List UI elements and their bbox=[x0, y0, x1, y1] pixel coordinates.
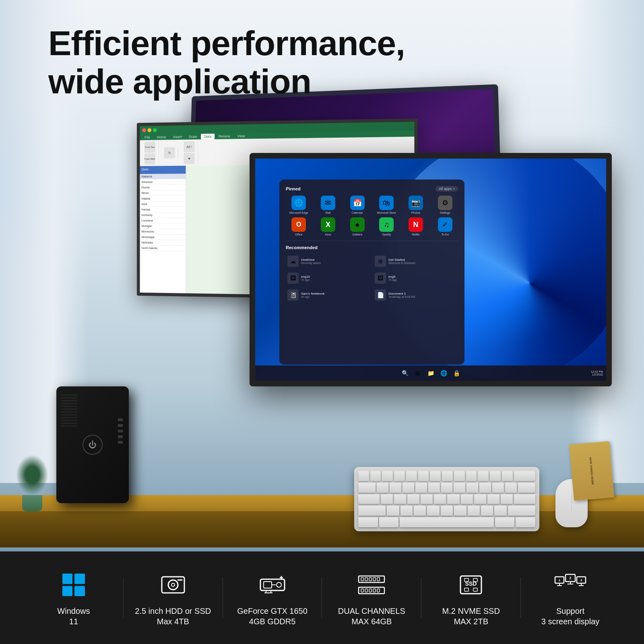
key bbox=[487, 494, 500, 504]
key bbox=[377, 483, 388, 493]
taskbar-lock-icon[interactable]: 🔒 bbox=[451, 368, 462, 378]
hdd-ssd-icon bbox=[159, 570, 188, 599]
key bbox=[382, 471, 393, 481]
state-row-kansas: Kansas bbox=[140, 207, 186, 213]
key bbox=[441, 483, 453, 493]
svg-rect-23 bbox=[373, 589, 376, 592]
svg-rect-16 bbox=[369, 578, 372, 581]
hdd-icon-container bbox=[157, 569, 189, 601]
shift-left-key bbox=[358, 506, 386, 516]
svg-point-6 bbox=[277, 582, 281, 587]
key bbox=[418, 471, 429, 481]
pinned-apps-grid: 🌐Microsoft Edge ✉Mail 📅Calendar 🛍Microso… bbox=[286, 196, 458, 236]
app-photos[interactable]: 📷Photos bbox=[403, 196, 429, 214]
key bbox=[406, 471, 417, 481]
ribbon-group-connections: ↻ bbox=[161, 147, 178, 159]
app-todo-label: To Do bbox=[442, 233, 449, 236]
app-solitaire[interactable]: ♠Solitaire bbox=[344, 217, 370, 236]
app-office-label: Office bbox=[295, 233, 302, 236]
taskbar-search-icon[interactable]: 🔍 bbox=[400, 368, 410, 378]
alt-right-key bbox=[495, 517, 515, 527]
tab-key bbox=[358, 483, 376, 493]
key bbox=[428, 483, 440, 493]
rec-getstarted-text: Get Started Welcome to Windows bbox=[388, 258, 456, 264]
rec-notebook[interactable]: 📓 Sam's Notebook 4h ago bbox=[286, 288, 371, 302]
taskbar-start-icon[interactable]: ⊞ bbox=[413, 368, 423, 378]
app-office[interactable]: OOffice bbox=[286, 217, 312, 236]
key bbox=[461, 494, 473, 504]
key bbox=[407, 494, 419, 504]
svg-rect-5 bbox=[264, 582, 272, 588]
ribbon-tab-data: Data bbox=[201, 134, 215, 139]
rec-imgto1-icon: 🖼 bbox=[287, 272, 299, 284]
usb-port-3 bbox=[118, 430, 123, 432]
ribbon-btn-filter: ▼ bbox=[184, 153, 195, 164]
app-mail[interactable]: ✉Mail bbox=[315, 196, 341, 214]
ram-icon-container bbox=[355, 569, 388, 601]
pinned-label: Pinned bbox=[286, 186, 301, 191]
ribbon-tab-insert: Insert bbox=[170, 134, 185, 140]
alt-left-key bbox=[379, 517, 399, 527]
hdmi-port-1 bbox=[118, 436, 123, 438]
svg-text:2: 2 bbox=[570, 576, 572, 580]
rec-document-text: Document 1 Yesterday at 8:03 AM bbox=[388, 292, 456, 298]
app-netflix[interactable]: NNetflix bbox=[403, 217, 429, 236]
rec-document[interactable]: 📄 Document 1 Yesterday at 8:03 AM bbox=[373, 288, 458, 302]
svg-rect-20 bbox=[361, 589, 363, 592]
rec-imgto2-time: 7h ago bbox=[388, 279, 456, 281]
feature-hdd-label: 2.5 inch HDD or SSDMax 4TB bbox=[135, 606, 211, 627]
state-row-alabama: Alabama bbox=[140, 173, 186, 179]
keyboard-row-4 bbox=[358, 506, 535, 516]
app-todo[interactable]: ✓To Do bbox=[432, 217, 458, 236]
rec-imgto2[interactable]: 🖼 img9 7h ago bbox=[373, 271, 458, 285]
minimize-dot bbox=[148, 128, 152, 132]
vent-line bbox=[61, 403, 77, 404]
taskbar-clock: 12:42 PM1/2/2022 bbox=[591, 370, 603, 376]
ribbon-tab-file: File bbox=[141, 134, 153, 140]
all-apps-button[interactable]: All apps > bbox=[436, 186, 458, 192]
app-xbox[interactable]: XXbox bbox=[315, 217, 341, 236]
rec-getstarted-icon: ⊞ bbox=[375, 256, 386, 267]
monitor-setup: File Home Insert Draw Data Review View F… bbox=[101, 89, 612, 419]
state-row-iowa: Iowa bbox=[140, 201, 186, 207]
app-settings[interactable]: ⚙Settings bbox=[432, 196, 458, 214]
app-spotify[interactable]: ♫Spotify bbox=[374, 217, 400, 236]
svg-rect-24 bbox=[377, 589, 380, 592]
key bbox=[415, 483, 427, 493]
rec-imgto2-text: img9 7h ago bbox=[388, 275, 456, 281]
rec-getstarted[interactable]: ⊞ Get Started Welcome to Windows bbox=[373, 254, 458, 268]
monitor-main: Pinned All apps > 🌐Microsoft Edge ✉Mail … bbox=[250, 153, 612, 386]
header-section: Efficient performance, wide application bbox=[48, 24, 405, 100]
keyboard-row-2 bbox=[358, 483, 535, 493]
feature-geforce: GeForce GTX 16504GB GDDR5 bbox=[223, 569, 322, 627]
app-edge[interactable]: 🌐Microsoft Edge bbox=[286, 196, 312, 214]
vent-line bbox=[61, 394, 77, 396]
rec-imgto1[interactable]: 🖼 img19 7h ago bbox=[286, 271, 371, 285]
keyboard bbox=[354, 467, 539, 531]
state-row-illinois: Illinois bbox=[140, 190, 186, 196]
ribbon-btn-from-text: From Text bbox=[144, 142, 155, 153]
key bbox=[479, 483, 491, 493]
rec-onedrive[interactable]: ☁ OneDrive Recently added bbox=[286, 254, 371, 268]
app-store[interactable]: 🛍Microsoft Store bbox=[374, 196, 400, 214]
key bbox=[478, 471, 489, 481]
ctrl-right-key bbox=[516, 517, 535, 527]
ribbon-tab-view: View bbox=[234, 133, 248, 139]
three-screen-icon: 1 2 3 bbox=[554, 570, 586, 599]
key bbox=[490, 471, 501, 481]
windows11-desktop: Pinned All apps > 🌐Microsoft Edge ✉Mail … bbox=[255, 159, 606, 381]
space-key bbox=[400, 517, 493, 527]
rec-imgto2-icon: 🖼 bbox=[375, 272, 386, 284]
taskbar-explorer-icon[interactable]: 📁 bbox=[425, 368, 436, 378]
geforce-icon bbox=[258, 570, 287, 599]
ribbon-group-external-data: From Text From Web bbox=[141, 142, 159, 165]
pc-power-button[interactable]: ⏻ bbox=[83, 435, 103, 455]
screen-display-icon-container: 1 2 3 bbox=[554, 569, 586, 601]
shift-right-key bbox=[508, 506, 535, 516]
windows-logo-icon bbox=[62, 574, 85, 596]
feature-bar: Windows11 2.5 inch HDD or SSDMax 4TB bbox=[0, 551, 644, 644]
svg-rect-17 bbox=[373, 578, 376, 581]
ctrl-left-key bbox=[358, 517, 378, 527]
app-calendar[interactable]: 📅Calendar bbox=[344, 196, 370, 214]
taskbar-edge-icon[interactable]: 🌐 bbox=[438, 368, 449, 378]
